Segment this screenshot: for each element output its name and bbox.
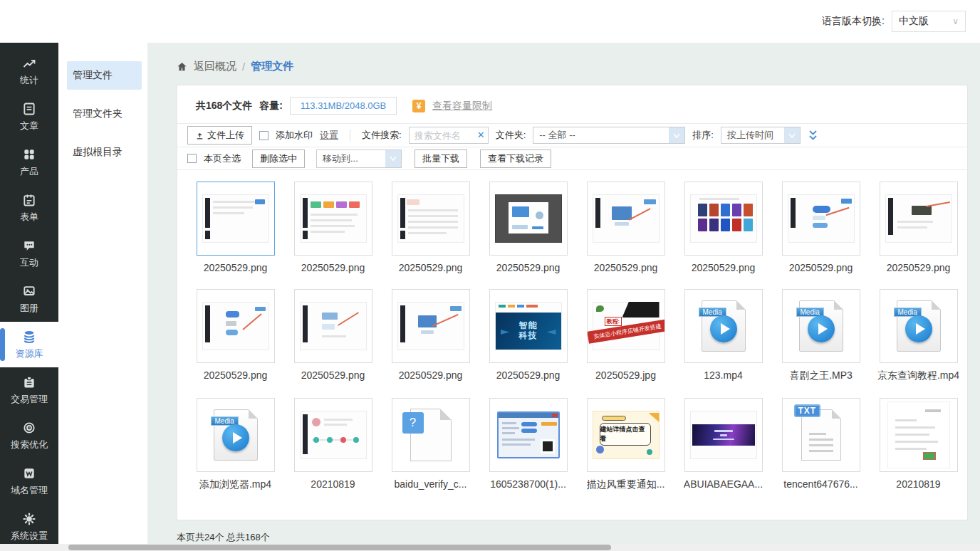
file-thumbnail[interactable] [684,398,763,472]
batch-download-button[interactable]: 批量下载 [415,149,467,168]
file-name: tencent647676... [783,478,858,490]
brand-logo: N [19,5,51,38]
file-tile[interactable]: TXT tencent647676... [772,398,870,491]
file-thumbnail[interactable]: Media [197,398,275,472]
file-name: 20250529.png [496,369,561,381]
upload-button[interactable]: 文件上传 [187,126,252,145]
file-tile[interactable]: 20250529.png [674,182,772,273]
download-history-button[interactable]: 查看下载记录 [480,149,551,168]
file-thumbnail[interactable] [489,398,568,472]
file-thumbnail[interactable]: TXT [782,398,860,472]
file-thumbnail[interactable]: 智能科技 [489,289,568,363]
file-thumbnail[interactable] [392,289,470,363]
file-name: 20210819 [896,478,940,490]
clear-search-icon[interactable]: ✕ [477,130,485,140]
file-tile[interactable]: Media 123.mp4 [674,289,772,382]
select-arrow-icon [385,150,401,167]
file-thumbnail[interactable]: ? [392,398,470,472]
file-tile[interactable]: 20250529.png [284,289,382,382]
file-thumbnail[interactable] [489,182,568,256]
file-tile[interactable]: ? baidu_verify_c... [382,398,479,491]
main-content: 返回概况 / 管理文件 共168个文件 容量: 113.31MB/2048.0G… [147,43,980,551]
file-tile[interactable]: 20250529.png [479,182,577,273]
file-thumbnail[interactable] [294,289,372,363]
capacity-limit-link[interactable]: 查看容量限制 [432,100,492,112]
submenu-item[interactable]: 虚拟根目录 [67,138,142,167]
file-tile[interactable]: 20250529.png [284,182,382,273]
file-name: 20250529.png [789,262,853,273]
home-icon[interactable] [176,61,188,73]
settings-icon [22,512,36,528]
move-to-select[interactable]: 移动到... [316,149,402,168]
file-tile[interactable]: 20250529.png [772,182,870,273]
file-thumbnail[interactable]: Media [684,289,763,363]
sidebar-item-trade[interactable]: 交易管理 [0,367,58,413]
file-thumbnail[interactable] [782,182,860,256]
folder-select[interactable]: -- 全部 -- [533,127,685,144]
submenu-item[interactable]: 管理文件夹 [67,100,142,128]
sort-select[interactable]: 按上传时间 [721,127,801,144]
file-tile[interactable]: 教程:实体店小程序店铺开发搭建 20250529.jpg [577,289,674,382]
file-thumbnail[interactable]: 教程:实体店小程序店铺开发搭建 [587,289,665,363]
sidebar-item-product[interactable]: 产品 [0,140,58,185]
file-name: 20250529.jpg [595,369,656,381]
sidebar-item-interact[interactable]: 互动 [0,231,58,276]
file-tile[interactable]: 20210819 [870,398,967,491]
file-thumbnail[interactable]: 建站详情点击查看 [587,398,665,472]
file-thumbnail[interactable] [197,182,275,256]
file-thumbnail[interactable] [880,398,958,472]
breadcrumb-home-link[interactable]: 返回概况 [194,60,236,73]
file-tile[interactable]: 1605238700(1)... [479,398,577,491]
file-thumbnail[interactable] [294,182,372,256]
file-tile[interactable]: 20250529.png [382,289,479,382]
sort-label: 排序: [692,129,714,142]
file-tile[interactable]: 20250529.png [382,182,479,273]
file-thumbnail[interactable] [197,289,275,363]
delete-selected-button[interactable]: 删除选中 [252,149,305,168]
upload-icon [195,131,204,140]
file-thumbnail[interactable] [392,182,470,256]
file-name: 20250529.png [496,262,561,273]
file-thumbnail[interactable]: Media [782,289,860,363]
trade-icon [22,375,36,391]
sidebar-item-album[interactable]: 图册 [0,276,58,322]
horizontal-scrollbar[interactable] [0,544,980,551]
file-tile[interactable]: Media 添加浏览器.mp4 [187,398,284,491]
file-thumbnail[interactable] [587,182,665,256]
capacity-value: 113.31MB/2048.0GB [290,97,397,115]
select-all-checkbox[interactable] [187,154,197,163]
file-tile[interactable]: 20250529.png [870,182,967,273]
file-tile[interactable]: 智能科技 20250529.png [479,289,577,382]
file-thumbnail[interactable] [880,182,958,256]
file-tile[interactable]: Media 京东查询教程.mp4 [870,289,967,382]
sidebar-item-form[interactable]: 表单 [0,185,58,231]
sidebar-item-article[interactable]: 文章 [0,94,58,140]
sort-direction-icon[interactable] [809,130,817,140]
coin-icon: ¥ [412,100,425,112]
file-tile[interactable]: Media 喜剧之王.MP3 [772,289,870,382]
watermark-settings-link[interactable]: 设置 [320,129,338,142]
file-tile[interactable]: 20250529.png [577,182,674,273]
page-summary: 本页共24个 总共168个 [177,531,980,544]
watermark-checkbox[interactable] [259,131,269,140]
submenu-item[interactable]: 管理文件 [67,61,142,90]
sidebar-item-settings[interactable]: 系统设置 [0,504,58,550]
svg-text:N: N [29,13,41,31]
scrollbar-thumb[interactable] [68,545,611,550]
breadcrumb: 返回概况 / 管理文件 [147,43,980,85]
sidebar-item-stats[interactable]: 统计 [0,48,58,94]
sidebar-item-resource[interactable]: 资源库 [0,322,58,367]
file-thumbnail[interactable] [294,398,372,472]
file-tile[interactable]: 20250529.png [187,289,284,382]
file-tile[interactable]: 建站详情点击查看 描边风重要通知... [577,398,674,491]
sidebar-item-domain[interactable]: 域名管理 [0,458,58,504]
file-count-label: 共168个文件 [196,100,252,112]
language-select[interactable]: 中文版 ∨ [892,11,966,32]
secondary-sidebar: 管理文件 管理文件夹 虚拟根目录 [58,43,147,551]
file-tile[interactable]: 20250529.png [187,182,284,273]
file-tile[interactable]: 20210819 [284,398,382,491]
sidebar-item-seo[interactable]: 搜索优化 [0,413,58,458]
file-thumbnail[interactable]: Media [880,289,958,363]
file-tile[interactable]: ABUIABAEGAA... [674,398,772,491]
file-thumbnail[interactable] [684,182,763,256]
